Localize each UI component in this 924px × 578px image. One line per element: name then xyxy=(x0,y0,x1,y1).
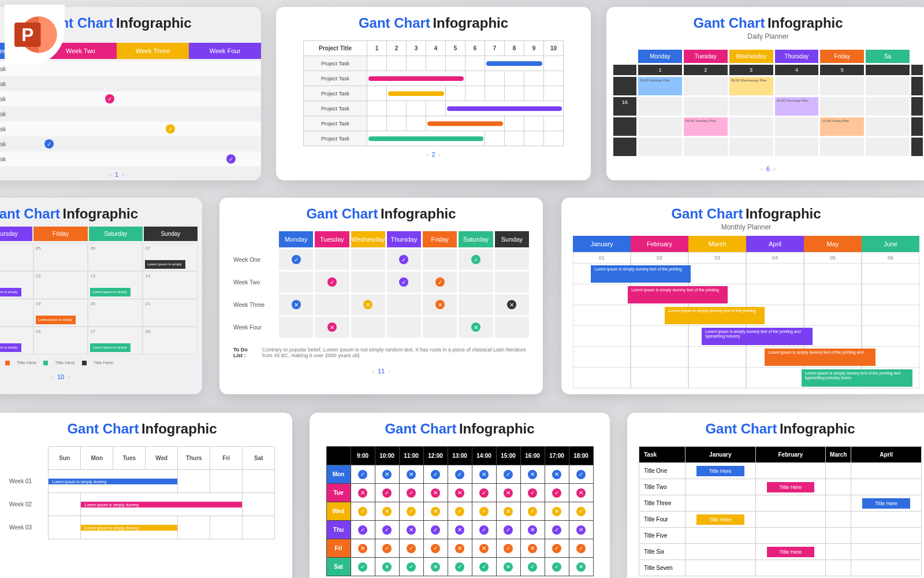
empty-cell xyxy=(684,97,728,116)
check-icon: ✓ xyxy=(576,470,586,479)
empty-cell xyxy=(866,117,910,136)
week-label: Week One xyxy=(233,249,277,270)
slide-4: Gant Chart Infographic WednesdayThursday… xyxy=(0,198,202,394)
pill: Title Here xyxy=(862,498,910,509)
task-row: Project Task xyxy=(0,76,261,91)
check-icon: ✓ xyxy=(407,544,416,553)
task-month-table: TaskJanuaryFebruaryMarchAprilTitle OneTi… xyxy=(639,446,922,576)
pill: Title Here xyxy=(696,466,744,476)
check-icon: ✓ xyxy=(455,562,464,572)
month-header: February xyxy=(631,236,688,252)
x-icon: ✕ xyxy=(504,562,513,572)
calendar-cell: 07Lorem ipsum is simply xyxy=(143,243,198,271)
week-header: Week Four xyxy=(189,43,261,59)
plan-cell: 09:00 Tuesday Plan xyxy=(684,117,728,136)
pager: ‹13› xyxy=(561,388,924,394)
status-cell: ✓ xyxy=(387,249,421,270)
svg-text:P: P xyxy=(21,24,33,45)
x-icon: ✕ xyxy=(382,562,392,572)
check-icon: ✓ xyxy=(471,255,480,264)
status-cell xyxy=(315,249,349,270)
status-cell: ✓ xyxy=(423,272,457,292)
task-row: Project Task xyxy=(0,61,261,76)
status-cell xyxy=(459,294,493,315)
monthly-planner-body: Lorem ipsum is simply dummy text of the … xyxy=(561,264,924,388)
status-cell xyxy=(351,317,385,338)
status-cell: ✓ xyxy=(315,272,349,292)
check-icon: ✓ xyxy=(552,544,561,553)
day-header: Sunday xyxy=(495,231,529,247)
pager: ‹11› xyxy=(219,363,543,379)
check-icon: ✓ xyxy=(455,507,464,516)
status-cell xyxy=(495,317,529,338)
calendar-cell: 18 xyxy=(0,299,33,327)
status-cell xyxy=(495,272,529,292)
check-icon: ✓ xyxy=(455,470,464,479)
check-icon: ✓ xyxy=(358,470,367,479)
x-icon: ✕ xyxy=(528,544,537,553)
check-icon: ✓ xyxy=(552,562,561,572)
status-cell xyxy=(315,294,349,315)
empty-cell xyxy=(820,77,864,95)
empty-cell xyxy=(866,77,910,95)
empty-cell xyxy=(775,117,819,136)
day-header: Thursday xyxy=(0,227,32,241)
calendar-cell: 05 xyxy=(33,243,88,271)
slide-6: Gant Chart Infographic Monthly Planner J… xyxy=(561,198,924,394)
check-icon: ✓ xyxy=(44,139,54,149)
slide-7: Gant Chart Infographic SunMonTuesWedThur… xyxy=(0,413,292,578)
calendar-cell: 06 xyxy=(88,243,143,271)
legend: Title HereTitle HereTitle HereTitle Here… xyxy=(0,357,202,369)
plan-cell: 11:00 Friday Plan xyxy=(820,117,864,136)
status-cell: ✓ xyxy=(387,272,421,292)
empty-cell xyxy=(866,97,910,116)
x-icon: ✕ xyxy=(363,300,372,309)
daily-planner-grid: MondayTuesdayWednesdayThursdayFridaySa12… xyxy=(606,45,924,161)
week-label: Week Two xyxy=(233,272,277,292)
empty-cell xyxy=(638,97,682,116)
status-cell xyxy=(387,294,421,315)
gantt-bar: Lorem ipsum is simply dummy text of the … xyxy=(628,286,728,303)
check-icon: ✓ xyxy=(528,562,537,572)
status-cell xyxy=(351,249,385,270)
empty-cell xyxy=(775,138,819,156)
x-icon: ✕ xyxy=(455,544,464,553)
check-icon: ✓ xyxy=(479,525,489,535)
calendar-cell: 25Lorem ipsum is simply xyxy=(0,327,33,354)
x-icon: ✕ xyxy=(455,525,464,535)
powerpoint-icon: P xyxy=(5,5,65,65)
gantt-bar: Lorem ipsum is simply dummy text of the … xyxy=(665,307,765,324)
day-header: Tuesday xyxy=(684,50,728,63)
slide-9: Gant Chart Infographic TaskJanuaryFebrua… xyxy=(627,413,924,578)
month-header: JanuaryFebruaryMarchAprilMayJune xyxy=(561,236,924,252)
x-icon: ✕ xyxy=(358,488,367,498)
slide-3: Gant Chart Infographic Daily Planner Mon… xyxy=(606,7,924,180)
empty-cell xyxy=(638,117,682,136)
day-header: Wednesday xyxy=(729,50,773,63)
calendar-cell: 14 xyxy=(143,271,198,299)
week-header: Week Three xyxy=(117,43,189,59)
day-header: Wednesday xyxy=(351,231,385,247)
task-row: Project Task✓ xyxy=(0,151,261,166)
day-header: Friday xyxy=(423,231,457,247)
task-rows: Project TaskProject TaskProject Task✓Pro… xyxy=(0,61,261,166)
day-header: Friday xyxy=(33,227,87,241)
empty-cell xyxy=(729,138,773,156)
status-cell xyxy=(279,272,313,292)
month-header: January xyxy=(573,236,631,252)
check-icon: ✓ xyxy=(479,488,489,498)
day-header: Friday xyxy=(820,50,864,63)
pager: ‹2› xyxy=(276,146,591,162)
calendar-cell: 11Lorem ipsum is simply xyxy=(0,271,33,299)
x-icon: ✕ xyxy=(327,323,337,332)
check-icon: ✓ xyxy=(382,544,392,553)
check-icon: ✓ xyxy=(528,488,537,498)
x-icon: ✕ xyxy=(576,562,586,572)
month-header: April xyxy=(746,236,804,252)
status-cell xyxy=(279,317,313,338)
x-icon: ✕ xyxy=(528,470,537,479)
check-icon: ✓ xyxy=(226,154,236,164)
calendar-cell: 19Lorem ipsum is simply xyxy=(33,299,88,327)
x-icon: ✕ xyxy=(407,470,416,479)
x-icon: ✕ xyxy=(382,470,392,479)
